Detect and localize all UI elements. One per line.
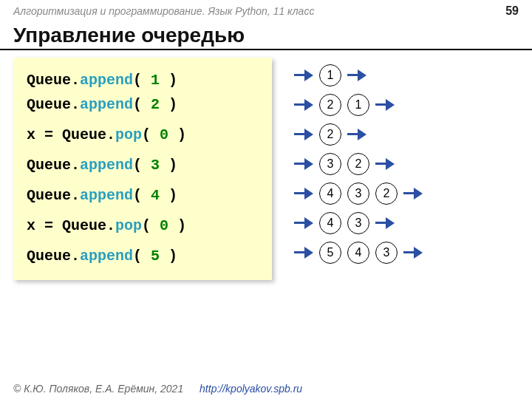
copyright-text: © К.Ю. Поляков, Е.А. Ерёмин, 2021 — [13, 383, 183, 395]
queue-row: 543 — [294, 238, 519, 267]
code-line: Queue.append( 2 ) — [27, 92, 259, 117]
queue-row: 1 — [294, 61, 519, 90]
queue-row: 21 — [294, 90, 519, 120]
queue-bubble: 3 — [347, 183, 369, 205]
queue-bubble: 4 — [319, 183, 341, 205]
code-line: Queue.append( 4 ) — [27, 183, 259, 208]
top-bar: Алгоритмизация и программирование. Язык … — [0, 0, 532, 21]
queue-bubble: 3 — [319, 153, 341, 175]
content-area: Queue.append( 1 )Queue.append( 2 )x = Qu… — [0, 58, 532, 280]
arrow-in-icon — [294, 159, 313, 169]
queue-row: 43 — [294, 208, 519, 238]
footer: © К.Ю. Поляков, Е.А. Ерёмин, 2021 http:/… — [0, 383, 532, 395]
code-line: Queue.append( 3 ) — [27, 153, 259, 177]
title-rule — [0, 49, 532, 50]
arrow-out-icon — [375, 100, 395, 110]
queue-bubble: 2 — [347, 153, 369, 175]
queue-row: 432 — [294, 179, 519, 208]
arrow-out-icon — [347, 70, 366, 81]
queue-bubble: 3 — [347, 212, 369, 234]
arrow-out-icon — [347, 129, 366, 140]
code-line: Queue.append( 5 ) — [27, 244, 259, 268]
queue-row: 2 — [294, 120, 519, 149]
queue-bubble: 3 — [375, 242, 398, 264]
arrow-in-icon — [294, 218, 313, 228]
slide-title: Управление очередью — [0, 21, 532, 49]
arrow-out-icon — [375, 218, 395, 228]
code-line: x = Queue.pop( 0 ) — [27, 123, 259, 147]
arrow-out-icon — [375, 159, 395, 169]
footer-link: http://kpolyakov.spb.ru — [200, 383, 302, 395]
queue-diagram: 12123243243543 — [294, 58, 519, 280]
code-box: Queue.append( 1 )Queue.append( 2 )x = Qu… — [13, 58, 272, 280]
queue-bubble: 5 — [319, 242, 341, 264]
queue-bubble: 4 — [319, 212, 341, 234]
queue-bubble: 2 — [319, 123, 341, 146]
arrow-in-icon — [294, 100, 313, 110]
queue-row: 32 — [294, 149, 519, 179]
course-label: Алгоритмизация и программирование. Язык … — [13, 5, 314, 17]
queue-bubble: 1 — [347, 94, 369, 116]
arrow-in-icon — [294, 129, 313, 140]
queue-bubble: 1 — [319, 64, 341, 86]
queue-bubble: 2 — [375, 183, 398, 205]
code-line: Queue.append( 1 ) — [27, 68, 259, 92]
queue-bubble: 4 — [347, 242, 369, 264]
arrow-in-icon — [294, 188, 313, 199]
arrow-out-icon — [403, 248, 423, 258]
arrow-in-icon — [294, 70, 313, 81]
page-number: 59 — [505, 4, 519, 18]
queue-bubble: 2 — [319, 94, 341, 116]
code-line: x = Queue.pop( 0 ) — [27, 214, 259, 238]
arrow-out-icon — [403, 188, 423, 199]
arrow-in-icon — [294, 248, 313, 258]
